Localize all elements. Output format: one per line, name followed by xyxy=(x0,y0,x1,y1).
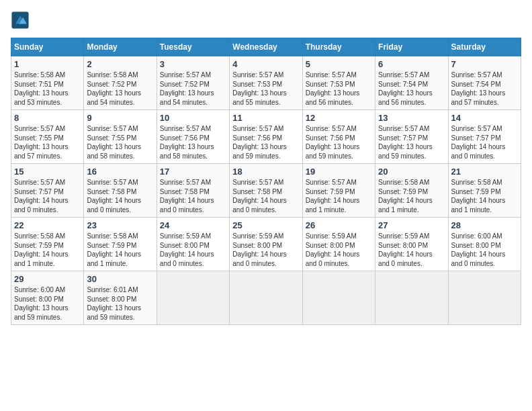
day-number: 22 xyxy=(14,220,81,230)
day-info: Sunrise: 5:57 AM Sunset: 7:58 PM Dayligh… xyxy=(232,178,299,214)
day-info: Sunrise: 5:58 AM Sunset: 7:52 PM Dayligh… xyxy=(87,71,153,107)
calendar-cell: 2Sunrise: 5:58 AM Sunset: 7:52 PM Daylig… xyxy=(84,56,157,110)
day-number: 12 xyxy=(306,113,372,123)
calendar-cell xyxy=(448,271,521,325)
calendar-cell: 11Sunrise: 5:57 AM Sunset: 7:56 PM Dayli… xyxy=(230,110,302,164)
calendar-cell: 22Sunrise: 5:58 AM Sunset: 7:59 PM Dayli… xyxy=(11,218,84,271)
day-number: 4 xyxy=(232,59,299,69)
day-number: 29 xyxy=(14,274,81,284)
weekday-header-saturday: Saturday xyxy=(448,38,521,56)
day-number: 17 xyxy=(160,167,226,177)
day-info: Sunrise: 5:57 AM Sunset: 7:55 PM Dayligh… xyxy=(87,124,153,161)
calendar-cell: 3Sunrise: 5:57 AM Sunset: 7:52 PM Daylig… xyxy=(157,56,229,110)
calendar-cell: 12Sunrise: 5:57 AM Sunset: 7:56 PM Dayli… xyxy=(302,110,375,164)
calendar-cell: 26Sunrise: 5:59 AM Sunset: 8:00 PM Dayli… xyxy=(302,218,375,271)
calendar-cell: 14Sunrise: 5:57 AM Sunset: 7:57 PM Dayli… xyxy=(448,110,521,164)
day-number: 30 xyxy=(87,274,153,284)
calendar-cell: 20Sunrise: 5:58 AM Sunset: 7:59 PM Dayli… xyxy=(375,164,448,218)
header xyxy=(11,11,521,30)
day-number: 5 xyxy=(306,59,372,69)
calendar-cell: 19Sunrise: 5:57 AM Sunset: 7:59 PM Dayli… xyxy=(302,164,375,218)
weekday-header-wednesday: Wednesday xyxy=(230,38,302,56)
weekday-header-tuesday: Tuesday xyxy=(157,38,229,56)
day-info: Sunrise: 6:01 AM Sunset: 8:00 PM Dayligh… xyxy=(87,285,153,322)
day-number: 26 xyxy=(306,220,372,230)
calendar-cell: 1Sunrise: 5:58 AM Sunset: 7:51 PM Daylig… xyxy=(11,56,84,110)
calendar-week-2: 8Sunrise: 5:57 AM Sunset: 7:55 PM Daylig… xyxy=(11,110,521,164)
day-number: 28 xyxy=(451,220,518,230)
calendar-cell: 8Sunrise: 5:57 AM Sunset: 7:55 PM Daylig… xyxy=(11,110,84,164)
day-info: Sunrise: 5:59 AM Sunset: 8:00 PM Dayligh… xyxy=(160,232,226,268)
day-number: 15 xyxy=(14,167,81,177)
day-info: Sunrise: 5:58 AM Sunset: 7:51 PM Dayligh… xyxy=(14,71,81,107)
day-number: 8 xyxy=(14,113,81,123)
day-info: Sunrise: 5:59 AM Sunset: 8:00 PM Dayligh… xyxy=(232,232,299,268)
day-info: Sunrise: 5:57 AM Sunset: 7:58 PM Dayligh… xyxy=(87,178,153,214)
day-info: Sunrise: 5:57 AM Sunset: 7:59 PM Dayligh… xyxy=(306,178,372,214)
day-info: Sunrise: 5:57 AM Sunset: 7:56 PM Dayligh… xyxy=(232,124,299,161)
day-number: 27 xyxy=(378,220,445,230)
day-number: 9 xyxy=(87,113,153,123)
day-number: 2 xyxy=(87,59,153,69)
day-number: 13 xyxy=(378,113,445,123)
calendar-table: SundayMondayTuesdayWednesdayThursdayFrid… xyxy=(11,38,521,325)
calendar-cell: 13Sunrise: 5:57 AM Sunset: 7:57 PM Dayli… xyxy=(375,110,448,164)
day-info: Sunrise: 5:59 AM Sunset: 8:00 PM Dayligh… xyxy=(378,232,445,268)
calendar-cell: 28Sunrise: 6:00 AM Sunset: 8:00 PM Dayli… xyxy=(448,218,521,271)
calendar-week-4: 22Sunrise: 5:58 AM Sunset: 7:59 PM Dayli… xyxy=(11,218,521,271)
day-info: Sunrise: 5:57 AM Sunset: 7:57 PM Dayligh… xyxy=(14,178,81,214)
calendar-cell xyxy=(375,271,448,325)
day-number: 3 xyxy=(160,59,226,69)
day-number: 18 xyxy=(232,167,299,177)
logo xyxy=(11,11,32,30)
calendar-cell xyxy=(230,271,302,325)
calendar-week-1: 1Sunrise: 5:58 AM Sunset: 7:51 PM Daylig… xyxy=(11,56,521,110)
calendar-cell: 18Sunrise: 5:57 AM Sunset: 7:58 PM Dayli… xyxy=(230,164,302,218)
calendar-cell: 30Sunrise: 6:01 AM Sunset: 8:00 PM Dayli… xyxy=(84,271,157,325)
calendar-cell: 15Sunrise: 5:57 AM Sunset: 7:57 PM Dayli… xyxy=(11,164,84,218)
calendar-cell: 10Sunrise: 5:57 AM Sunset: 7:56 PM Dayli… xyxy=(157,110,229,164)
day-number: 6 xyxy=(378,59,445,69)
calendar-cell: 29Sunrise: 6:00 AM Sunset: 8:00 PM Dayli… xyxy=(11,271,84,325)
day-info: Sunrise: 5:57 AM Sunset: 7:56 PM Dayligh… xyxy=(160,124,226,161)
day-number: 21 xyxy=(451,167,518,177)
calendar-cell: 21Sunrise: 5:58 AM Sunset: 7:59 PM Dayli… xyxy=(448,164,521,218)
calendar-cell xyxy=(302,271,375,325)
calendar-cell xyxy=(157,271,229,325)
calendar-cell: 23Sunrise: 5:58 AM Sunset: 7:59 PM Dayli… xyxy=(84,218,157,271)
day-number: 1 xyxy=(14,59,81,69)
day-info: Sunrise: 5:57 AM Sunset: 7:56 PM Dayligh… xyxy=(306,124,372,161)
day-info: Sunrise: 5:57 AM Sunset: 7:55 PM Dayligh… xyxy=(14,124,81,161)
day-info: Sunrise: 5:57 AM Sunset: 7:57 PM Dayligh… xyxy=(451,124,518,161)
day-number: 16 xyxy=(87,167,153,177)
day-info: Sunrise: 5:58 AM Sunset: 7:59 PM Dayligh… xyxy=(14,232,81,268)
calendar-cell: 6Sunrise: 5:57 AM Sunset: 7:54 PM Daylig… xyxy=(375,56,448,110)
calendar-header-row: SundayMondayTuesdayWednesdayThursdayFrid… xyxy=(11,38,521,56)
day-info: Sunrise: 6:00 AM Sunset: 8:00 PM Dayligh… xyxy=(14,285,81,322)
day-info: Sunrise: 5:58 AM Sunset: 7:59 PM Dayligh… xyxy=(451,178,518,214)
day-number: 19 xyxy=(306,167,372,177)
day-info: Sunrise: 5:58 AM Sunset: 7:59 PM Dayligh… xyxy=(378,178,445,214)
day-number: 14 xyxy=(451,113,518,123)
calendar-cell: 24Sunrise: 5:59 AM Sunset: 8:00 PM Dayli… xyxy=(157,218,229,271)
logo-icon xyxy=(11,11,30,30)
weekday-header-thursday: Thursday xyxy=(302,38,375,56)
weekday-header-sunday: Sunday xyxy=(11,38,84,56)
day-info: Sunrise: 5:57 AM Sunset: 7:57 PM Dayligh… xyxy=(378,124,445,161)
calendar-cell: 17Sunrise: 5:57 AM Sunset: 7:58 PM Dayli… xyxy=(157,164,229,218)
day-number: 11 xyxy=(232,113,299,123)
calendar-cell: 16Sunrise: 5:57 AM Sunset: 7:58 PM Dayli… xyxy=(84,164,157,218)
calendar-cell: 9Sunrise: 5:57 AM Sunset: 7:55 PM Daylig… xyxy=(84,110,157,164)
weekday-header-monday: Monday xyxy=(84,38,157,56)
day-number: 23 xyxy=(87,220,153,230)
day-info: Sunrise: 5:57 AM Sunset: 7:54 PM Dayligh… xyxy=(451,71,518,107)
calendar-cell: 4Sunrise: 5:57 AM Sunset: 7:53 PM Daylig… xyxy=(230,56,302,110)
calendar-cell: 5Sunrise: 5:57 AM Sunset: 7:53 PM Daylig… xyxy=(302,56,375,110)
day-info: Sunrise: 5:57 AM Sunset: 7:52 PM Dayligh… xyxy=(160,71,226,107)
calendar-week-5: 29Sunrise: 6:00 AM Sunset: 8:00 PM Dayli… xyxy=(11,271,521,325)
day-number: 24 xyxy=(160,220,226,230)
day-info: Sunrise: 5:57 AM Sunset: 7:54 PM Dayligh… xyxy=(378,71,445,107)
day-info: Sunrise: 6:00 AM Sunset: 8:00 PM Dayligh… xyxy=(451,232,518,268)
day-info: Sunrise: 5:59 AM Sunset: 8:00 PM Dayligh… xyxy=(306,232,372,268)
day-number: 10 xyxy=(160,113,226,123)
